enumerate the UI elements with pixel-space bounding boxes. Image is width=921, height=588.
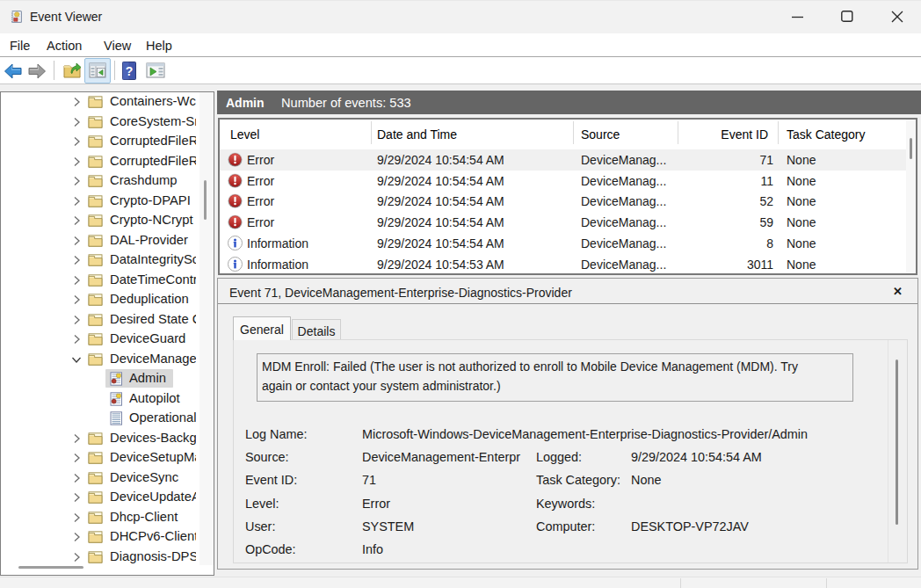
svg-text:?: ? xyxy=(126,64,134,78)
